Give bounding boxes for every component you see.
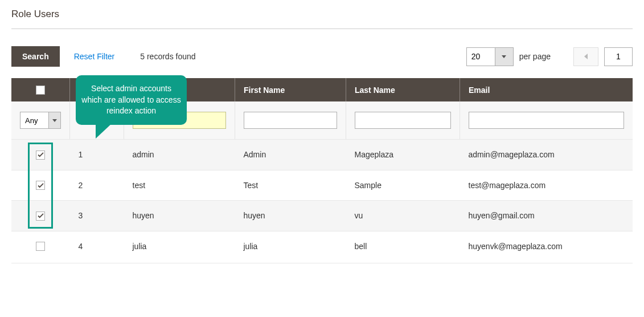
check-icon (38, 213, 44, 218)
filter-email-input[interactable] (469, 112, 624, 129)
column-header-select[interactable] (11, 78, 70, 101)
cell-username: test (124, 170, 235, 201)
cell-id: 4 (70, 231, 124, 263)
row-checkbox[interactable] (36, 181, 45, 190)
cell-id: 3 (70, 201, 124, 231)
page-size-control (466, 47, 514, 66)
filter-any-input[interactable] (20, 112, 48, 129)
cell-username: huyen (124, 201, 235, 231)
check-icon (38, 183, 44, 188)
cell-lastname: bell (346, 231, 460, 263)
cell-email: huyenvk@mageplaza.com (460, 231, 633, 263)
chevron-down-icon (502, 55, 506, 58)
page-size-dropdown-button[interactable] (495, 47, 514, 66)
cell-email: huyen@gmail.com (460, 201, 633, 231)
filter-any-select (20, 112, 61, 129)
cell-email: admin@mageplaza.com (460, 140, 633, 170)
column-header-lastname[interactable]: Last Name (346, 78, 460, 101)
table-row[interactable]: 3huyenhuyenvuhuyen@gmail.com (11, 201, 633, 231)
row-checkbox[interactable] (36, 212, 45, 221)
filter-lastname-input[interactable] (355, 112, 451, 129)
grid-toolbar: Search Reset Filter 5 records found per … (11, 46, 633, 67)
filter-any-dropdown-button[interactable] (48, 112, 61, 129)
select-all-checkbox[interactable] (36, 86, 45, 95)
cell-lastname: Sample (346, 170, 460, 201)
chevron-down-icon (52, 119, 57, 122)
filter-firstname-input[interactable] (244, 112, 337, 129)
chevron-left-icon (584, 54, 588, 59)
per-page-label: per page (519, 52, 551, 61)
records-found-label: 5 records found (140, 52, 195, 61)
cell-email: test@mageplaza.com (460, 170, 633, 201)
cell-firstname: Admin (235, 140, 346, 170)
row-checkbox[interactable] (36, 151, 45, 160)
table-row[interactable]: 2testTestSampletest@mageplaza.com (11, 170, 633, 201)
check-icon (38, 152, 44, 157)
cell-username: julia (124, 231, 235, 263)
cell-id: 2 (70, 170, 124, 201)
prev-page-button[interactable] (573, 47, 598, 66)
column-header-email[interactable]: Email (460, 78, 633, 101)
table-row[interactable]: 4juliajuliabellhuyenvk@mageplaza.com (11, 231, 633, 263)
current-page-input[interactable] (604, 47, 633, 66)
cell-firstname: julia (235, 231, 346, 263)
callout-tooltip: Select admin accounts which are allowed … (76, 75, 187, 125)
reset-filter-link[interactable]: Reset Filter (74, 52, 115, 61)
cell-lastname: Mageplaza (346, 140, 460, 170)
cell-id: 1 (70, 140, 124, 170)
row-checkbox[interactable] (36, 242, 45, 251)
title-divider (11, 29, 633, 29)
cell-firstname: huyen (235, 201, 346, 231)
page-size-input[interactable] (466, 47, 495, 66)
cell-lastname: vu (346, 201, 460, 231)
cell-firstname: Test (235, 170, 346, 201)
pager-group: per page (466, 47, 633, 66)
table-row[interactable]: 1adminAdminMageplazaadmin@mageplaza.com (11, 140, 633, 170)
search-button[interactable]: Search (11, 46, 60, 67)
cell-username: admin (124, 140, 235, 170)
page-title: Role Users (11, 9, 633, 20)
column-header-firstname[interactable]: First Name (235, 78, 346, 101)
